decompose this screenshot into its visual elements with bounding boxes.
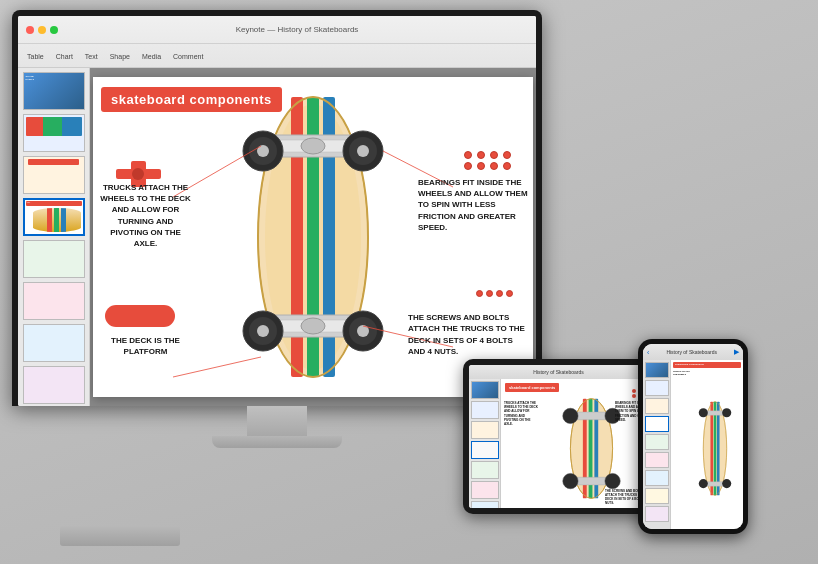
iphone-skateboard bbox=[689, 370, 741, 527]
slide-thumb-8[interactable] bbox=[23, 366, 85, 404]
ipad-content: skateboard components bbox=[469, 379, 657, 508]
iphone-thumbs bbox=[643, 360, 671, 529]
ipad-slide-area: skateboard components bbox=[501, 379, 657, 508]
skate-slide: skateboard components bbox=[93, 77, 533, 397]
svg-point-17 bbox=[301, 318, 325, 334]
bearing-dot bbox=[490, 162, 498, 170]
iphone-thumb-4[interactable] bbox=[645, 416, 669, 432]
slide-thumb-6[interactable] bbox=[23, 282, 85, 320]
ipad-thumb-3[interactable] bbox=[471, 421, 499, 439]
chart-btn[interactable]: Chart bbox=[53, 52, 76, 61]
iphone-thumb-8[interactable] bbox=[645, 488, 669, 504]
svg-point-48 bbox=[699, 408, 708, 417]
iphone-skate-svg bbox=[689, 370, 741, 527]
bearing-dot bbox=[477, 162, 485, 170]
bearing-dot bbox=[490, 151, 498, 159]
iphone-content: skateboard components bbox=[643, 360, 743, 529]
keynote-toolbar2: Table Chart Text Shape Media Comment bbox=[18, 44, 536, 68]
monitor-stand-neck bbox=[247, 406, 307, 436]
bearing-dot bbox=[477, 151, 485, 159]
svg-rect-45 bbox=[717, 402, 720, 496]
svg-point-41 bbox=[605, 473, 620, 488]
window-title: Keynote — History of Skateboards bbox=[236, 25, 359, 34]
screw-dot bbox=[486, 290, 493, 297]
slide-thumb-4[interactable]: skate... bbox=[23, 198, 85, 236]
bearing-dot bbox=[503, 162, 511, 170]
svg-point-8 bbox=[301, 138, 325, 154]
iphone-slide: skateboard components bbox=[671, 360, 743, 529]
iphone-thumb-3[interactable] bbox=[645, 398, 669, 414]
shape-btn[interactable]: Shape bbox=[107, 52, 133, 61]
iphone-title: History of Skateboards bbox=[649, 349, 734, 355]
iphone-play-icon[interactable]: ▶ bbox=[734, 348, 739, 356]
svg-point-40 bbox=[563, 473, 578, 488]
minimize-button[interactable] bbox=[38, 26, 46, 34]
close-button[interactable] bbox=[26, 26, 34, 34]
svg-point-20 bbox=[257, 325, 269, 337]
ipad-thumbs bbox=[469, 379, 501, 508]
main-canvas: skateboard components bbox=[90, 68, 536, 406]
ipad-thumb-7[interactable] bbox=[471, 501, 499, 508]
table-btn[interactable]: Table bbox=[24, 52, 47, 61]
monitor-screen: Keynote — History of Skateboards Table C… bbox=[18, 16, 536, 406]
slide-thumb-1[interactable]: SKATEPARKS bbox=[23, 72, 85, 110]
ipad-thumb-4[interactable] bbox=[471, 441, 499, 459]
keynote-toolbar: Keynote — History of Skateboards bbox=[18, 16, 536, 44]
bearings-dots bbox=[464, 151, 513, 170]
ipad: History of Skateboards ▶ skateboard comp… bbox=[463, 359, 663, 514]
bearing-dot bbox=[503, 151, 511, 159]
slide-thumb-2[interactable] bbox=[23, 114, 85, 152]
iphone-slide-area: skateboard components bbox=[671, 360, 743, 529]
monitor-stand-base bbox=[212, 436, 342, 448]
monitor-screen-border: Keynote — History of Skateboards Table C… bbox=[12, 10, 542, 406]
slide-content: skateboard components bbox=[93, 77, 533, 397]
screw-dot bbox=[506, 290, 513, 297]
iphone-thumb-1[interactable] bbox=[645, 362, 669, 378]
iphone-thumb-7[interactable] bbox=[645, 470, 669, 486]
comment-btn[interactable]: Comment bbox=[170, 52, 206, 61]
iphone-thumb-6[interactable] bbox=[645, 452, 669, 468]
deck-annotation: THE DECK IS THE PLATFORM bbox=[98, 335, 193, 357]
svg-point-37 bbox=[563, 408, 578, 423]
screws-dots bbox=[476, 290, 513, 297]
slide-thumb-7[interactable] bbox=[23, 324, 85, 362]
slide-thumb-5[interactable] bbox=[23, 240, 85, 278]
svg-point-49 bbox=[722, 408, 731, 417]
svg-point-51 bbox=[699, 479, 708, 488]
svg-rect-44 bbox=[714, 402, 717, 496]
svg-rect-43 bbox=[710, 402, 713, 496]
svg-line-27 bbox=[173, 357, 261, 377]
media-btn[interactable]: Media bbox=[139, 52, 164, 61]
ipad-thumb-5[interactable] bbox=[471, 461, 499, 479]
iphone-slide-title: skateboard components bbox=[673, 362, 741, 368]
ipad-slide: skateboard components bbox=[501, 379, 657, 508]
iphone: ‹ History of Skateboards ▶ skateboard co… bbox=[638, 339, 748, 534]
screws-annotation: THE SCREWS AND BOLTS ATTACH THE TRUCKS T… bbox=[408, 312, 528, 357]
slide-panel: SKATEPARKS skat bbox=[18, 68, 90, 406]
slide-thumb-3[interactable] bbox=[23, 156, 85, 194]
ipad-screen: History of Skateboards ▶ skateboard comp… bbox=[469, 365, 657, 508]
iphone-thumb-5[interactable] bbox=[645, 434, 669, 450]
iphone-thumb-2[interactable] bbox=[645, 380, 669, 396]
bearing-dot bbox=[464, 162, 472, 170]
text-btn[interactable]: Text bbox=[82, 52, 101, 61]
ipad-thumb-6[interactable] bbox=[471, 481, 499, 499]
ipad-thumb-1[interactable] bbox=[471, 381, 499, 399]
trucks-annotation: TRUCKS ATTACH THE WHEELS TO THE DECK AND… bbox=[98, 182, 193, 249]
ipad-trucks-text: TRUCKS ATTACH THE WHEELS TO THE DECK AND… bbox=[504, 401, 539, 426]
maximize-button[interactable] bbox=[50, 26, 58, 34]
svg-point-52 bbox=[722, 479, 731, 488]
ipad-title: History of Skateboards bbox=[473, 369, 644, 375]
keynote-chrome: Keynote — History of Skateboards Table C… bbox=[18, 16, 536, 68]
ipad-thumb-2[interactable] bbox=[471, 401, 499, 419]
mac-mini bbox=[60, 526, 180, 546]
iphone-screen: ‹ History of Skateboards ▶ skateboard co… bbox=[643, 344, 743, 529]
svg-point-11 bbox=[257, 145, 269, 157]
window-controls bbox=[26, 26, 58, 34]
screw-dot bbox=[496, 290, 503, 297]
iphone-thumb-9[interactable] bbox=[645, 506, 669, 522]
deck-oval bbox=[105, 305, 175, 327]
ipad-toolbar: History of Skateboards ▶ bbox=[469, 365, 657, 379]
svg-point-30 bbox=[132, 168, 144, 180]
iphone-trucks-text: TRUCKS ATTACH THE WHEELS bbox=[673, 370, 691, 375]
